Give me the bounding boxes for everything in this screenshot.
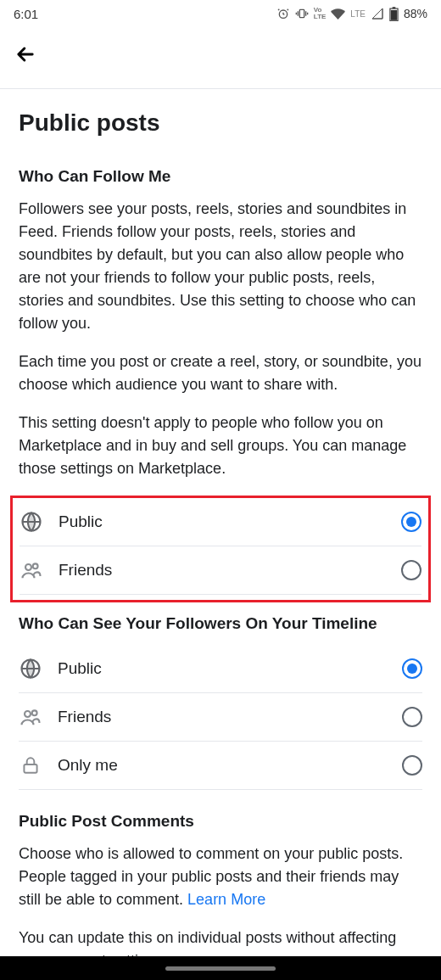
option-label: Public	[58, 659, 402, 678]
status-icons: VoLTE LTE 88%	[276, 7, 427, 21]
paragraph-follow-3: This setting doesn't apply to people who…	[19, 412, 422, 480]
option-label: Public	[59, 512, 401, 531]
alarm-icon	[276, 7, 290, 20]
section-title-followers: Who Can See Your Followers On Your Timel…	[19, 614, 422, 633]
globe-icon	[19, 657, 42, 680]
page-title: Public posts	[19, 89, 422, 152]
friends-icon	[20, 558, 43, 582]
option-followers-friends[interactable]: Friends	[19, 693, 422, 742]
paragraph-comments-1: Choose who is allowed to comment on your…	[19, 843, 422, 911]
radio-selected[interactable]	[401, 512, 421, 532]
option-follow-friends[interactable]: Friends	[20, 546, 421, 595]
battery-icon	[389, 7, 399, 21]
learn-more-link[interactable]: Learn More	[187, 891, 265, 908]
friends-icon	[19, 705, 42, 729]
navigation-bar	[0, 956, 441, 980]
section-title-follow: Who Can Follow Me	[19, 167, 422, 186]
globe-icon	[20, 510, 43, 534]
svg-rect-11	[24, 764, 36, 773]
lock-icon	[19, 753, 42, 777]
svg-rect-1	[299, 9, 304, 17]
battery-percentage: 88%	[404, 7, 427, 20]
back-button[interactable]	[14, 42, 37, 70]
svg-point-9	[25, 711, 31, 717]
svg-rect-4	[391, 9, 397, 20]
paragraph-follow-1: Followers see your posts, reels, stories…	[19, 198, 422, 335]
header	[0, 27, 441, 89]
option-follow-public[interactable]: Public	[20, 498, 421, 546]
home-indicator[interactable]	[165, 966, 276, 971]
paragraph-follow-2: Each time you post or create a reel, sto…	[19, 350, 422, 396]
option-label: Only me	[58, 756, 402, 775]
highlight-box: Public Friends	[10, 496, 431, 602]
network-lte-label: LTE	[350, 9, 366, 19]
svg-point-7	[33, 563, 38, 568]
radio-unselected[interactable]	[402, 707, 422, 727]
wifi-icon	[331, 7, 345, 21]
volte-icon: VoLTE	[314, 7, 327, 20]
status-time: 6:01	[14, 7, 38, 21]
radio-unselected[interactable]	[402, 755, 422, 776]
option-followers-public[interactable]: Public	[19, 645, 422, 693]
radio-unselected[interactable]	[401, 560, 421, 580]
section-title-comments: Public Post Comments	[19, 812, 422, 831]
option-followers-onlyme[interactable]: Only me	[19, 742, 422, 790]
svg-point-10	[32, 710, 37, 715]
radio-selected[interactable]	[402, 658, 422, 679]
option-label: Friends	[59, 561, 401, 580]
signal-icon	[371, 7, 384, 20]
status-bar: 6:01 VoLTE LTE 88%	[0, 0, 441, 27]
vibrate-icon	[295, 7, 309, 20]
option-label: Friends	[58, 708, 402, 726]
svg-point-6	[25, 564, 31, 570]
